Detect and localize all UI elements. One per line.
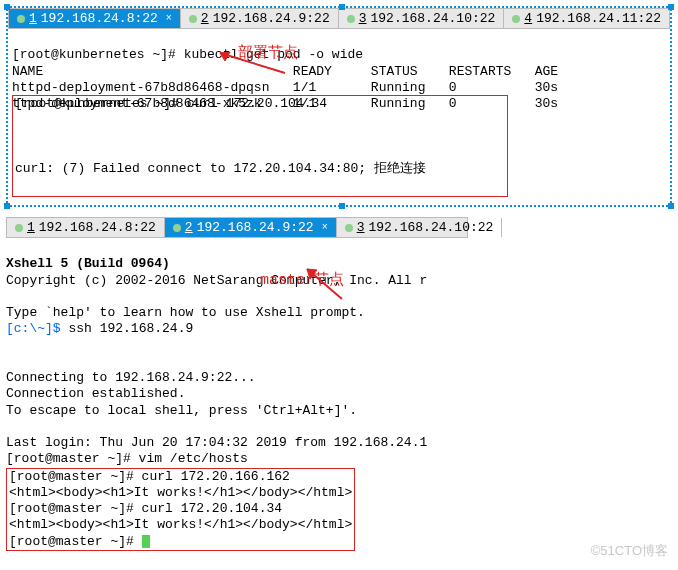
terminal-panel-2: 1 192.168.24.8:22 2 192.168.24.9:22× 3 1… [0,217,678,570]
established-text: Connection established. [6,386,185,401]
tab-num: 4 [524,11,532,26]
lastlogin-text: Last login: Thu Jun 20 17:04:32 2019 fro… [6,435,427,450]
xshell-banner: Xshell 5 (Build 0964) [6,256,170,271]
prompt: [root@master ~]# [9,534,142,549]
ssh-command: ssh 192.168.24.9 [68,321,193,336]
curl-response: <html><body><h1>It works!</h1></body></h… [9,517,352,532]
highlight-box-2: [root@master ~]# curl 172.20.166.162 <ht… [6,468,355,551]
tab-ip: 192.168.24.11:22 [536,11,661,26]
terminal-panel-1: 1 192.168.24.8:22× 2 192.168.24.9:22 3 1… [6,6,672,207]
escape-text: To escape to local shell, press 'Ctrl+Al… [6,403,357,418]
tab-ip: 192.168.24.8:22 [41,11,158,26]
status-dot-icon [345,224,353,232]
tab-2-2[interactable]: 2 192.168.24.9:22× [165,218,337,237]
curl-response: <html><body><h1>It works!</h1></body></h… [9,485,352,500]
tab-2-3[interactable]: 3 192.168.24.10:22 [337,218,503,237]
tab-2-1[interactable]: 1 192.168.24.8:22 [7,218,165,237]
annotation-deploy-node: 部署节点 [238,45,298,64]
connecting-text: Connecting to 192.168.24.9:22... [6,370,256,385]
status-dot-icon [173,224,181,232]
tab-ip: 192.168.24.10:22 [369,220,494,235]
status-dot-icon [347,15,355,23]
vim-cmd: [root@master ~]# vim /etc/hosts [6,451,248,466]
highlight-box-1: [root@kunbernetes ~]# curl 172.20.104.34… [12,95,508,197]
tab-num: 1 [27,220,35,235]
tab-num: 3 [359,11,367,26]
status-dot-icon [17,15,25,23]
annotation-master-node: master节点 [260,272,344,291]
terminal-output-2[interactable]: Xshell 5 (Build 0964) Copyright (c) 2002… [0,238,678,570]
tab-ip: 192.168.24.8:22 [39,220,156,235]
curl-cmd: [root@master ~]# curl 172.20.166.162 [9,469,290,484]
status-dot-icon [512,15,520,23]
tab-row-2: 1 192.168.24.8:22 2 192.168.24.9:22× 3 1… [6,217,468,238]
status-dot-icon [15,224,23,232]
tab-1-1[interactable]: 1 192.168.24.8:22× [9,9,181,28]
tab-1-4[interactable]: 4 192.168.24.11:22 [504,9,670,28]
local-prompt: [c:\~]$ [6,321,68,336]
tab-num: 3 [357,220,365,235]
status-dot-icon [189,15,197,23]
copyright: Copyright (c) 2002-2016 NetSarang Comput… [6,273,427,288]
curl-error: curl: (7) Failed connect to 172.20.104.3… [15,161,426,176]
curl-cmd: [root@master ~]# curl 172.20.104.34 [9,501,282,516]
annotation-arrow-icon [168,32,295,100]
tab-1-3[interactable]: 3 192.168.24.10:22 [339,9,505,28]
tab-ip: 192.168.24.9:22 [197,220,314,235]
tab-ip: 192.168.24.10:22 [371,11,496,26]
watermark: ©51CTO博客 [591,542,668,560]
tab-ip: 192.168.24.9:22 [213,11,330,26]
tab-num: 1 [29,11,37,26]
tab-1-2[interactable]: 2 192.168.24.9:22 [181,9,339,28]
tab-num: 2 [201,11,209,26]
close-icon[interactable]: × [166,13,172,24]
tab-num: 2 [185,220,193,235]
close-icon[interactable]: × [322,222,328,233]
cursor-icon [142,535,150,548]
tab-row-1: 1 192.168.24.8:22× 2 192.168.24.9:22 3 1… [8,8,670,29]
terminal-output-1[interactable]: [root@kunbernetes ~]# kubectl get pod -o… [8,29,670,205]
